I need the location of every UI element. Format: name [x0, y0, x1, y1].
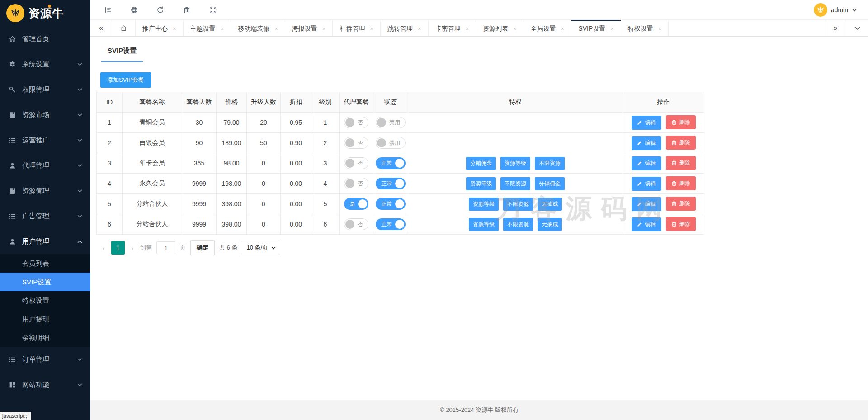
delete-button[interactable]: 删除	[666, 136, 696, 150]
close-icon[interactable]: ×	[561, 25, 565, 32]
tabs-scroll-right-button[interactable]: »	[825, 20, 846, 36]
close-icon[interactable]: ×	[610, 25, 614, 32]
sidebar-subitem-balance-details[interactable]: 余额明细	[0, 328, 90, 347]
delete-button[interactable]: 删除	[666, 176, 696, 190]
svip-table: ID套餐名称套餐天数价格升级人数折扣级别代理套餐状态特权操作1青铜会员3079.…	[96, 92, 704, 235]
agent-package-toggle[interactable]: 否	[344, 178, 368, 189]
app-root: 资源牛 管理首页系统设置权限管理资源市场运营推广代理管理资源管理广告管理用户管理…	[0, 0, 868, 420]
brand-name: 资源牛	[28, 6, 64, 21]
brand-logo[interactable]: 资源牛	[0, 0, 90, 26]
status-toggle[interactable]: 禁用	[376, 137, 406, 149]
tab-card-key-management[interactable]: 卡密管理×	[429, 20, 476, 36]
home-tab[interactable]	[112, 20, 136, 36]
pagination-confirm-button[interactable]: 确定	[190, 240, 215, 255]
tab-resource-list[interactable]: 资源列表×	[476, 20, 524, 36]
privilege-badge: 不限资源	[503, 218, 533, 231]
close-icon[interactable]: ×	[513, 25, 517, 32]
page-size-select[interactable]: 10 条/页	[242, 241, 280, 255]
pagination-next-button[interactable]: ›	[129, 244, 136, 252]
tab-mobile-decoration[interactable]: 移动端装修×	[231, 20, 285, 36]
sidebar-item-agent-management[interactable]: 代理管理	[0, 153, 90, 178]
delete-button[interactable]: 删除	[666, 217, 696, 231]
sidebar-subitem-user-withdraw[interactable]: 用户提现	[0, 310, 90, 328]
close-icon[interactable]: ×	[658, 25, 662, 32]
toggle-knob	[395, 159, 404, 168]
tab-community-management[interactable]: 社群管理×	[333, 20, 381, 36]
sidebar-item-user-management[interactable]: 用户管理	[0, 229, 90, 254]
delete-button[interactable]: 删除	[666, 156, 696, 170]
agent-package-toggle[interactable]: 否	[344, 157, 368, 169]
row-id: 3	[97, 153, 123, 174]
sidebar-item-site-features[interactable]: 网站功能	[0, 372, 90, 397]
status-toggle[interactable]: 禁用	[376, 117, 406, 128]
sidebar-item-order-management[interactable]: 订单管理	[0, 347, 90, 372]
close-icon[interactable]: ×	[322, 25, 326, 32]
level: 1	[311, 113, 340, 133]
tab-redirect-management[interactable]: 跳转管理×	[381, 20, 429, 36]
chevron-down-icon	[77, 383, 82, 387]
agent-package-toggle[interactable]: 否	[344, 218, 368, 230]
edit-button[interactable]: 编辑	[632, 136, 661, 150]
sidebar-subitem-svip-settings[interactable]: SVIP设置	[0, 273, 90, 291]
sidebar-item-resource-market[interactable]: 资源市场	[0, 102, 90, 127]
delete-button[interactable]: 删除	[666, 115, 696, 129]
tabs-scroll-left-button[interactable]: «	[90, 20, 112, 36]
tab-promotion-center[interactable]: 推广中心×	[136, 20, 184, 36]
table-row: 4永久会员9999198.0000.004否正常资源等级不限资源分销佣金编辑删除	[97, 174, 704, 194]
tab-privilege-settings[interactable]: 特权设置×	[621, 20, 669, 36]
price: 189.00	[217, 133, 247, 153]
status-bar-link-preview: javascript:;	[0, 412, 31, 420]
sidebar-item-operation-promotion[interactable]: 运营推广	[0, 127, 90, 153]
edit-button[interactable]: 编辑	[632, 116, 661, 130]
privileges-cell: 资源等级不限资源无抽成	[408, 194, 623, 214]
close-icon[interactable]: ×	[221, 25, 224, 32]
sidebar-item-ad-management[interactable]: 广告管理	[0, 203, 90, 229]
trash-icon	[671, 221, 677, 227]
tab-svip-settings[interactable]: SVIP设置×	[571, 20, 621, 36]
pagination-prev-button[interactable]: ‹	[100, 244, 107, 252]
sidebar-item-label: 管理首页	[22, 35, 49, 43]
user-menu[interactable]: admin	[814, 3, 857, 17]
delete-button[interactable]: 删除	[666, 197, 696, 211]
sidebar-item-admin-home[interactable]: 管理首页	[0, 26, 90, 52]
add-svip-button[interactable]: 添加SVIP套餐	[100, 72, 151, 88]
sidebar-item-system-settings[interactable]: 系统设置	[0, 52, 90, 77]
close-icon[interactable]: ×	[466, 25, 469, 32]
globe-icon[interactable]	[130, 6, 138, 14]
actions-cell: 编辑删除	[623, 113, 704, 133]
close-icon[interactable]: ×	[173, 25, 176, 32]
trash-icon[interactable]	[183, 6, 191, 14]
pagination-goto-input[interactable]	[156, 241, 175, 254]
tabs-menu-button[interactable]	[846, 20, 868, 36]
edit-button[interactable]: 编辑	[632, 197, 661, 211]
tab-poster-settings[interactable]: 海报设置×	[285, 20, 333, 36]
edit-button[interactable]: 编辑	[632, 217, 661, 231]
status-toggle[interactable]: 正常	[376, 218, 406, 230]
sidebar-subitem-privilege-settings[interactable]: 特权设置	[0, 291, 90, 310]
sidebar-item-label: 资源管理	[22, 187, 49, 195]
status-toggle[interactable]: 正常	[376, 198, 406, 210]
agent-package-toggle[interactable]: 否	[344, 137, 368, 149]
discount: 0.00	[281, 214, 311, 235]
agent-package-toggle[interactable]: 否	[344, 117, 368, 128]
fullscreen-icon[interactable]	[209, 6, 217, 14]
status-toggle[interactable]: 正常	[376, 157, 406, 169]
tab-global-settings[interactable]: 全局设置×	[524, 20, 572, 36]
refresh-icon[interactable]	[156, 6, 165, 14]
edit-button[interactable]: 编辑	[632, 156, 661, 170]
tab-theme-settings[interactable]: 主题设置×	[184, 20, 231, 36]
close-icon[interactable]: ×	[418, 25, 421, 32]
sidebar-item-permission-management[interactable]: 权限管理	[0, 77, 90, 102]
chevron-down-icon	[852, 8, 857, 12]
menu-collapse-icon[interactable]	[104, 6, 112, 14]
agent-package-toggle[interactable]: 是	[344, 198, 368, 210]
status-toggle[interactable]: 正常	[376, 178, 406, 189]
edit-button[interactable]: 编辑	[632, 177, 661, 191]
tabs-strip: 推广中心×主题设置×移动端装修×海报设置×社群管理×跳转管理×卡密管理×资源列表…	[136, 20, 669, 36]
sidebar-item-resource-management[interactable]: 资源管理	[0, 178, 90, 203]
close-icon[interactable]: ×	[370, 25, 373, 32]
tab-label: 资源列表	[483, 25, 508, 33]
pagination-page-1[interactable]: 1	[111, 241, 125, 255]
sidebar-subitem-member-list[interactable]: 会员列表	[0, 254, 90, 273]
close-icon[interactable]: ×	[274, 25, 278, 32]
